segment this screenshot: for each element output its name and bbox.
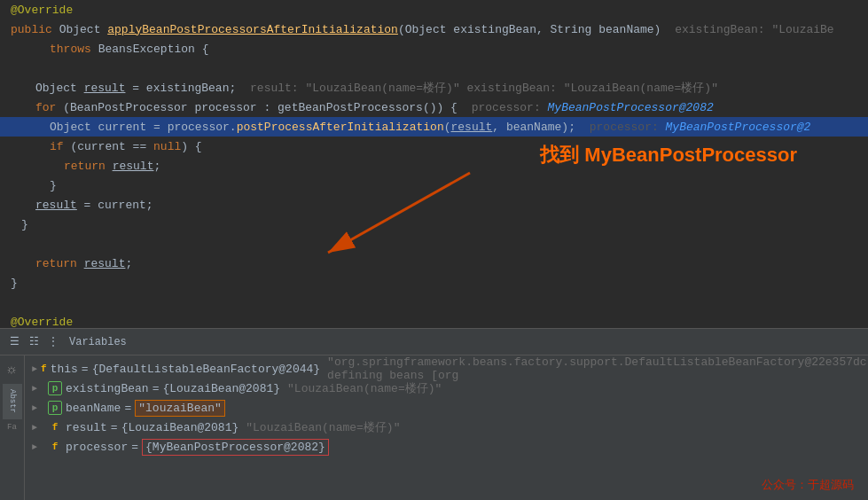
variables-label: Variables [69, 336, 127, 348]
code-content-10: } [7, 179, 57, 192]
expand-beanName[interactable]: ► [32, 403, 44, 413]
code-content-3: throws BeansException { [7, 43, 208, 56]
code-line-3: throws BeansException { [0, 39, 868, 59]
code-content-15: } [7, 277, 18, 290]
icon-processor: f [48, 440, 62, 454]
var-name-existingBean: existingBean [66, 382, 149, 395]
expand-existingBean[interactable]: ► [32, 384, 44, 394]
code-line-16 [0, 293, 868, 312]
var-hint-this: "org.springframework.beans.factory.suppo… [327, 355, 868, 382]
columns-view-icon[interactable]: ⋮ [46, 335, 60, 349]
list-view-icon[interactable]: ☰ [7, 335, 21, 349]
debugger-panel: ☰ ☷ ⋮ Variables ⛭ Abstr Fa ► f this [0, 328, 868, 500]
code-line-2: public Object applyBeanPostProcessorsAft… [0, 20, 868, 39]
var-name-this: this [51, 363, 78, 376]
code-content-7: Object current = processor.postProcessAf… [7, 121, 810, 134]
code-content-8: if (current == null) { [7, 140, 202, 153]
code-content-14: return result; [7, 257, 132, 270]
var-value-beanName: "louzaiBean" [135, 400, 225, 417]
code-line-1: @Override [0, 0, 868, 20]
code-content-12: } [7, 218, 28, 231]
var-hint-existingBean: "LouzaiBean(name=楼仔)" [287, 380, 442, 396]
code-content-11: result = current; [7, 199, 153, 212]
code-content-9: return result; [7, 160, 160, 173]
code-line-7: Object current = processor.postProcessAf… [0, 117, 868, 137]
variables-container: ⛭ Abstr Fa ► f this = {DefaultListableBe… [0, 355, 868, 500]
abstr-label: Abstr [3, 384, 22, 419]
code-line-10: } [0, 176, 868, 195]
code-content-5: Object result = existingBean; result: "L… [7, 80, 718, 96]
code-content-2: public Object applyBeanPostProcessorsAft… [7, 23, 834, 36]
code-line-8: if (current == null) { [0, 137, 868, 156]
icon-existingBean: p [48, 381, 62, 395]
code-line-5: Object result = existingBean; result: "L… [0, 78, 868, 98]
var-value-result: {LouzaiBean@2081} [121, 421, 239, 434]
ide-window: @Override public Object applyBeanPostPro… [0, 0, 868, 500]
code-line-17: @Override [0, 312, 868, 328]
watermark-text: 公众号：于超源码 [762, 477, 854, 493]
code-line-11: result = current; [0, 195, 868, 215]
filter-icon[interactable]: ⛭ [3, 361, 22, 380]
annotation-override-1: @Override [7, 4, 73, 17]
expand-result[interactable]: ► [32, 423, 44, 433]
var-value-processor: {MyBeanPostProcessor@2082} [142, 439, 329, 456]
code-line-13 [0, 234, 868, 254]
var-row-beanName[interactable]: ► p beanName = "louzaiBean" [25, 398, 868, 418]
code-editor: @Override public Object applyBeanPostPro… [0, 0, 868, 328]
code-line-12: } [0, 215, 868, 234]
left-sidebar-icons: ⛭ Abstr Fa [0, 355, 25, 500]
code-line-6: for (BeanPostProcessor processor : getBe… [0, 98, 868, 117]
icon-this: f [41, 362, 47, 376]
var-name-beanName: beanName [66, 402, 121, 415]
var-name-processor: processor [66, 441, 128, 454]
var-name-result: result [66, 421, 107, 434]
table-view-icon[interactable]: ☷ [27, 335, 41, 349]
code-content-6: for (BeanPostProcessor processor : getBe… [7, 101, 714, 114]
var-value-this: {DefaultListableBeanFactory@2044} [92, 363, 320, 376]
expand-this[interactable]: ► [32, 364, 37, 374]
var-row-this[interactable]: ► f this = {DefaultListableBeanFactory@2… [25, 359, 868, 379]
var-row-processor[interactable]: ► f processor = {MyBeanPostProcessor@208… [25, 437, 868, 457]
var-row-result[interactable]: ► f result = {LouzaiBean@2081} "LouzaiBe… [25, 418, 868, 437]
variables-list: ► f this = {DefaultListableBeanFactory@2… [25, 355, 868, 500]
fa-label: Fa [3, 423, 22, 432]
expand-processor[interactable]: ► [32, 442, 44, 452]
code-line-14: return result; [0, 254, 868, 273]
code-line-15: } [0, 273, 868, 293]
icon-result: f [48, 420, 62, 434]
code-line-4 [0, 59, 868, 78]
var-hint-result: "LouzaiBean(name=楼仔)" [246, 419, 400, 435]
var-value-existingBean: {LouzaiBean@2081} [162, 382, 280, 395]
code-line-9: return result; [0, 156, 868, 176]
debugger-toolbar: ☰ ☷ ⋮ Variables [0, 329, 868, 355]
annotation-override-2: @Override [7, 316, 73, 329]
icon-beanName: p [48, 401, 62, 415]
